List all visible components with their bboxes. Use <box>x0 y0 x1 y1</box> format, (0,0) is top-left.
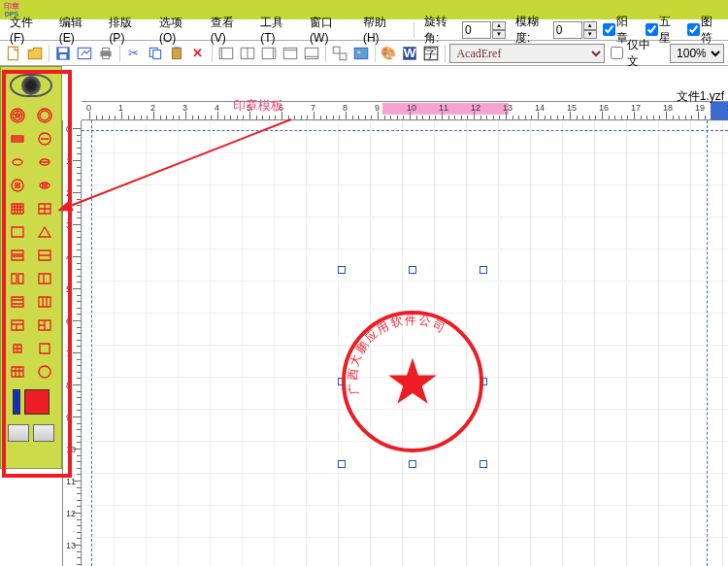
align-center-button[interactable] <box>238 44 257 63</box>
svg-text:广西大鹏应用软件公司: 广西大鹏应用软件公司 <box>346 313 449 396</box>
stamp-template-tool-5[interactable] <box>7 152 28 172</box>
stamp-template-tool-11[interactable] <box>7 222 28 242</box>
stamp-template-tool-7[interactable] <box>7 176 28 195</box>
stamp-template-tool-14[interactable] <box>34 246 55 265</box>
print-button[interactable] <box>96 44 116 63</box>
misc-tool-2[interactable] <box>33 424 54 442</box>
annotation-label: 印章模板 <box>233 97 283 115</box>
ruler-v-number: 13 <box>66 541 76 550</box>
ruler-vertical[interactable]: 01234567891011121314 <box>62 120 82 566</box>
selection-handle-se[interactable] <box>480 460 487 468</box>
stamp-template-tool-18[interactable] <box>34 292 55 312</box>
word-button[interactable]: W <box>400 44 419 63</box>
ruler-v-number: 9 <box>66 413 71 422</box>
stamp-template-tool-13[interactable] <box>7 246 28 265</box>
stamp-template-tool-15[interactable] <box>7 269 28 288</box>
stamp-template-tool-19[interactable] <box>7 316 28 335</box>
stamp-template-tool-10[interactable] <box>34 199 55 218</box>
menu-window[interactable]: 窗口(W) <box>304 13 357 47</box>
font-select[interactable]: AcadEref <box>449 44 605 63</box>
fill-color-swatch[interactable] <box>24 389 50 415</box>
stamp-template-tool-22[interactable] <box>34 339 55 358</box>
stamp-template-tool-24[interactable] <box>34 362 55 382</box>
toolbar-sep-2 <box>119 45 120 62</box>
align-bottom-button[interactable] <box>302 44 321 63</box>
svg-rect-23 <box>340 53 347 60</box>
group-button[interactable] <box>330 44 349 63</box>
new-button[interactable] <box>4 44 23 63</box>
stamp-template-tool-12[interactable] <box>34 222 55 242</box>
menu-view[interactable]: 查看(V) <box>205 13 255 47</box>
cut-button[interactable]: ✂ <box>124 44 144 63</box>
only-cn-label: 仅中文 <box>627 37 662 70</box>
stamp-template-tool-6[interactable] <box>34 152 55 172</box>
stamp-template-tool-21[interactable] <box>7 339 28 358</box>
ruler-h-number: 11 <box>439 103 448 113</box>
checkbox-only-cn[interactable] <box>611 47 623 59</box>
svg-rect-4 <box>78 48 90 58</box>
checkbox-stamp[interactable] <box>603 23 615 36</box>
rotate-input[interactable] <box>462 21 491 39</box>
checkbox-glyph-label: 图符 <box>701 14 724 47</box>
menu-file[interactable]: 文件(F) <box>4 13 53 47</box>
align-top-button[interactable] <box>281 44 300 63</box>
menu-bar: 文件(F) 编辑(E) 排版(P) 选项(O) 查看(V) 工具(T) 窗口(W… <box>0 19 728 41</box>
stamp-template-tool-20[interactable] <box>34 316 55 335</box>
stamp-template-tool-1[interactable] <box>7 106 28 125</box>
stamp-template-tool-17[interactable] <box>7 292 28 312</box>
toolbar-sep-1 <box>49 45 50 62</box>
stamp-template-tool-2[interactable] <box>34 106 55 125</box>
delete-button[interactable]: ✕ <box>188 44 208 63</box>
save-button[interactable] <box>53 44 73 63</box>
menu-tools[interactable]: 工具(T) <box>254 13 304 47</box>
open-button[interactable] <box>25 44 45 63</box>
stamp-template-tool-4[interactable] <box>34 129 55 149</box>
ruler-v-number: 5 <box>66 284 71 294</box>
selection-handle-sw[interactable] <box>338 460 346 468</box>
ruler-v-number: 12 <box>66 509 76 518</box>
zoom-select[interactable]: 100% <box>670 44 724 63</box>
selection-handle-s[interactable] <box>409 460 416 468</box>
ruler-h-number: 15 <box>567 103 577 113</box>
export-button[interactable] <box>75 44 94 63</box>
ruler-horizontal[interactable]: 0123456789101112131415161718192021 <box>82 101 728 120</box>
stamp-template-tool-8[interactable] <box>34 176 55 195</box>
menu-edit[interactable]: 编辑(E) <box>53 13 104 47</box>
stamp-template-tool-23[interactable] <box>7 362 28 382</box>
checkbox-star-label: 五星 <box>659 14 682 47</box>
ruler-v-number: 8 <box>66 381 71 390</box>
svg-rect-7 <box>102 55 109 58</box>
menu-options[interactable]: 选项(O) <box>153 13 205 47</box>
stamp-template-tool-9[interactable] <box>7 199 28 218</box>
stamp-template-tool-3[interactable] <box>7 129 28 149</box>
checkbox-star[interactable] <box>645 23 658 36</box>
menu-layout[interactable]: 排版(P) <box>103 13 153 47</box>
palette-button[interactable]: 🎨 <box>380 44 399 63</box>
selection-handle-ne[interactable] <box>480 266 487 274</box>
stamp-template-tool-16[interactable] <box>34 269 55 288</box>
document-title: 文件1.yzf <box>677 88 724 105</box>
align-left-button[interactable] <box>216 44 236 63</box>
menu-help[interactable]: 帮助(H) <box>357 13 408 47</box>
blur-label: 模糊度: <box>515 14 553 47</box>
checkbox-glyph[interactable] <box>687 23 700 36</box>
ruler-v-number: 0 <box>66 124 71 134</box>
ruler-h-number: 10 <box>407 103 416 113</box>
copy-button[interactable] <box>146 44 165 63</box>
rotate-spinner[interactable]: ▲▼ <box>492 21 506 39</box>
image-button[interactable] <box>351 44 371 63</box>
selection-handle-nw[interactable] <box>338 266 346 274</box>
svg-rect-10 <box>172 48 181 58</box>
eye-tool-icon[interactable] <box>10 71 52 100</box>
misc-tool-1[interactable] <box>8 424 29 442</box>
text-button[interactable]: 字 <box>421 44 441 63</box>
stroke-color-swatch[interactable] <box>13 389 20 415</box>
svg-rect-0 <box>8 47 17 59</box>
selection-handle-n[interactable] <box>409 266 416 274</box>
paste-button[interactable] <box>167 44 186 63</box>
blur-input[interactable] <box>553 21 582 39</box>
align-right-button[interactable] <box>259 44 279 63</box>
canvas[interactable]: 广西大鹏应用软件公司 <box>82 120 728 566</box>
stamp-object[interactable]: 广西大鹏应用软件公司 <box>342 311 483 452</box>
blur-spinner[interactable]: ▲▼ <box>583 21 597 39</box>
